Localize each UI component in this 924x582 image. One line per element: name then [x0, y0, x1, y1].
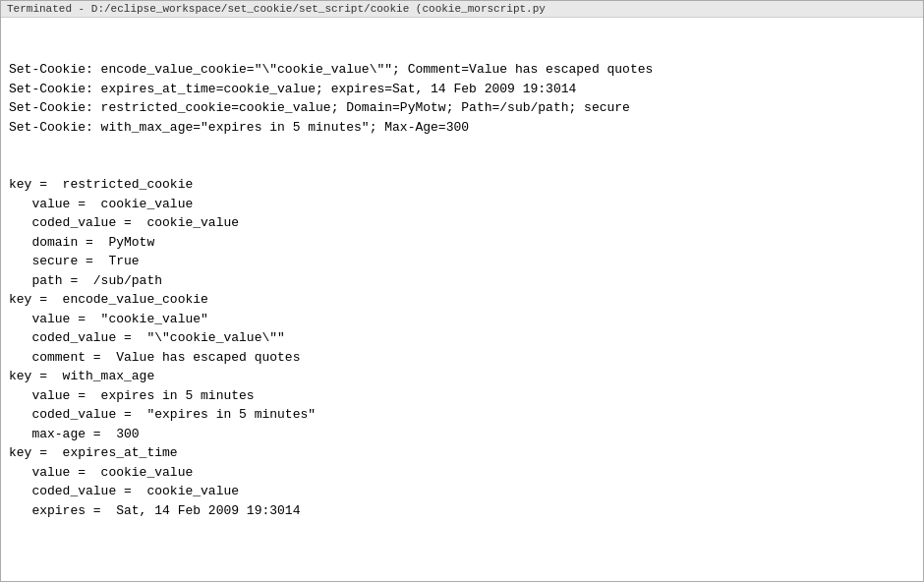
cookie-section: key = restricted_cookie value = cookie_v… — [9, 175, 915, 290]
section-field: expires = Sat, 14 Feb 2009 19:3014 — [9, 501, 915, 521]
section-field: value = cookie_value — [9, 463, 915, 483]
section-field: coded_value = cookie_value — [9, 482, 915, 501]
section-field: coded_value = cookie_value — [9, 213, 915, 233]
set-cookie-line: Set-Cookie: expires_at_time=cookie_value… — [9, 80, 915, 99]
section-field: value = expires in 5 minutes — [9, 386, 915, 406]
set-cookie-line: Set-Cookie: encode_value_cookie="\"cooki… — [9, 60, 915, 80]
section-field: domain = PyMotw — [9, 233, 915, 253]
set-cookie-lines: Set-Cookie: encode_value_cookie="\"cooki… — [9, 60, 915, 137]
section-field: value = cookie_value — [9, 195, 915, 214]
title-text: Terminated - D:/eclipse_workspace/set_co… — [7, 3, 546, 15]
section-field: value = "cookie_value" — [9, 310, 915, 329]
section-key: key = encode_value_cookie — [9, 290, 915, 310]
section-key: key = with_max_age — [9, 367, 915, 386]
section-field: comment = Value has escaped quotes — [9, 348, 915, 368]
section-field: coded_value = "\"cookie_value\"" — [9, 328, 915, 348]
set-cookie-line: Set-Cookie: with_max_age="expires in 5 m… — [9, 118, 915, 138]
section-field: path = /sub/path — [9, 271, 915, 291]
content-area[interactable]: Set-Cookie: encode_value_cookie="\"cooki… — [1, 18, 923, 581]
terminal-window: Terminated - D:/eclipse_workspace/set_co… — [0, 0, 924, 582]
cookie-section: key = encode_value_cookie value = "cooki… — [9, 290, 915, 367]
sections-output: key = restricted_cookie value = cookie_v… — [9, 175, 915, 520]
section-field: coded_value = "expires in 5 minutes" — [9, 405, 915, 425]
section-key: key = restricted_cookie — [9, 175, 915, 195]
section-field: secure = True — [9, 252, 915, 271]
code-output: Set-Cookie: encode_value_cookie="\"cooki… — [9, 22, 915, 558]
section-field: max-age = 300 — [9, 425, 915, 444]
title-bar: Terminated - D:/eclipse_workspace/set_co… — [1, 1, 923, 18]
section-key: key = expires_at_time — [9, 443, 915, 463]
cookie-section: key = with_max_age value = expires in 5 … — [9, 367, 915, 443]
set-cookie-line: Set-Cookie: restricted_cookie=cookie_val… — [9, 98, 915, 118]
cookie-section: key = expires_at_time value = cookie_val… — [9, 443, 915, 520]
